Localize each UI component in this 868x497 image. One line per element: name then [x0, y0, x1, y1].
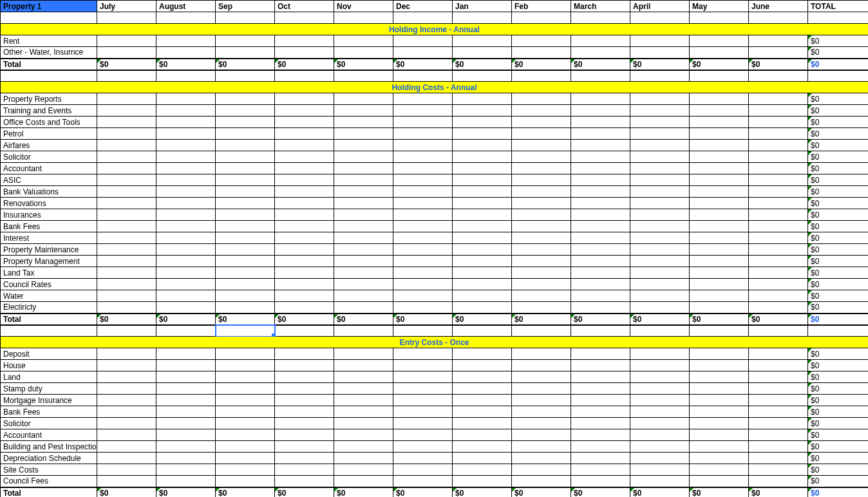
row-total[interactable]: $0 [808, 267, 869, 279]
total-month-cell[interactable]: $0 [453, 59, 512, 70]
data-cell[interactable] [749, 348, 808, 360]
row-total[interactable]: $0 [808, 464, 869, 476]
data-cell[interactable] [690, 348, 749, 360]
data-cell[interactable] [97, 105, 156, 117]
row-total[interactable]: $0 [808, 279, 869, 290]
data-cell[interactable] [749, 35, 808, 47]
data-cell[interactable] [512, 151, 571, 163]
data-cell[interactable] [571, 279, 630, 290]
row-label[interactable]: Other - Water, Insurnce [1, 47, 97, 59]
data-cell[interactable] [97, 429, 156, 441]
data-cell[interactable] [453, 35, 512, 47]
spacer-cell[interactable] [1, 12, 97, 24]
row-label[interactable]: Bank Fees [1, 221, 97, 232]
data-cell[interactable] [334, 395, 393, 406]
data-cell[interactable] [216, 302, 275, 314]
data-cell[interactable] [334, 383, 393, 395]
data-cell[interactable] [393, 464, 453, 476]
data-cell[interactable] [156, 302, 216, 314]
row-total[interactable]: $0 [808, 360, 869, 371]
data-cell[interactable] [749, 279, 808, 290]
row-label[interactable]: Water [1, 290, 97, 302]
total-month-cell[interactable]: $0 [275, 487, 334, 498]
data-cell[interactable] [216, 47, 275, 59]
data-cell[interactable] [156, 128, 216, 140]
data-cell[interactable] [690, 429, 749, 441]
row-total[interactable]: $0 [808, 441, 869, 453]
data-cell[interactable] [156, 221, 216, 232]
row-total[interactable]: $0 [808, 302, 869, 314]
total-month-cell[interactable]: $0 [630, 314, 690, 325]
total-month-cell[interactable]: $0 [334, 487, 393, 498]
data-cell[interactable] [334, 198, 393, 209]
data-cell[interactable] [334, 302, 393, 314]
data-cell[interactable] [334, 209, 393, 221]
data-cell[interactable] [690, 371, 749, 383]
data-cell[interactable] [571, 35, 630, 47]
data-cell[interactable] [749, 429, 808, 441]
data-cell[interactable] [690, 244, 749, 256]
data-cell[interactable] [690, 360, 749, 371]
data-cell[interactable] [334, 429, 393, 441]
data-cell[interactable] [749, 476, 808, 487]
spacer-cell[interactable] [393, 325, 453, 337]
data-cell[interactable] [156, 174, 216, 186]
data-cell[interactable] [156, 418, 216, 429]
data-cell[interactable] [453, 117, 512, 128]
data-cell[interactable] [571, 221, 630, 232]
row-label[interactable]: House [1, 360, 97, 371]
total-month-cell[interactable]: $0 [512, 487, 571, 498]
total-month-cell[interactable]: $0 [749, 314, 808, 325]
data-cell[interactable] [393, 406, 453, 418]
data-cell[interactable] [571, 348, 630, 360]
header-month[interactable]: Sep [216, 1, 275, 12]
data-cell[interactable] [216, 371, 275, 383]
data-cell[interactable] [275, 476, 334, 487]
data-cell[interactable] [630, 464, 690, 476]
data-cell[interactable] [571, 151, 630, 163]
data-cell[interactable] [749, 93, 808, 105]
total-month-cell[interactable]: $0 [690, 487, 749, 498]
data-cell[interactable] [571, 371, 630, 383]
data-cell[interactable] [749, 441, 808, 453]
spacer-cell[interactable] [97, 12, 156, 24]
spacer-cell[interactable] [156, 12, 216, 24]
total-month-cell[interactable]: $0 [512, 314, 571, 325]
spacer-cell[interactable] [749, 12, 808, 24]
data-cell[interactable] [97, 279, 156, 290]
section-title[interactable]: Holding Income - Annual [1, 24, 869, 35]
data-cell[interactable] [453, 221, 512, 232]
data-cell[interactable] [690, 302, 749, 314]
data-cell[interactable] [216, 395, 275, 406]
row-total[interactable]: $0 [808, 383, 869, 395]
spacer-cell[interactable] [453, 70, 512, 82]
row-label[interactable]: Land Tax [1, 267, 97, 279]
data-cell[interactable] [393, 302, 453, 314]
data-cell[interactable] [512, 256, 571, 267]
total-month-cell[interactable]: $0 [630, 487, 690, 498]
data-cell[interactable] [216, 186, 275, 198]
data-cell[interactable] [216, 232, 275, 244]
data-cell[interactable] [275, 302, 334, 314]
data-cell[interactable] [275, 93, 334, 105]
total-month-cell[interactable]: $0 [453, 314, 512, 325]
data-cell[interactable] [216, 267, 275, 279]
data-cell[interactable] [275, 256, 334, 267]
data-cell[interactable] [453, 174, 512, 186]
data-cell[interactable] [749, 464, 808, 476]
data-cell[interactable] [275, 163, 334, 174]
data-cell[interactable] [690, 128, 749, 140]
data-cell[interactable] [334, 244, 393, 256]
row-total[interactable]: $0 [808, 174, 869, 186]
spacer-cell[interactable] [1, 70, 97, 82]
data-cell[interactable] [512, 128, 571, 140]
row-label[interactable]: Accountant [1, 163, 97, 174]
data-cell[interactable] [630, 221, 690, 232]
total-month-cell[interactable]: $0 [571, 314, 630, 325]
total-grand-cell[interactable]: $0 [808, 487, 869, 498]
data-cell[interactable] [216, 117, 275, 128]
data-cell[interactable] [97, 406, 156, 418]
data-cell[interactable] [512, 105, 571, 117]
data-cell[interactable] [749, 371, 808, 383]
data-cell[interactable] [512, 117, 571, 128]
